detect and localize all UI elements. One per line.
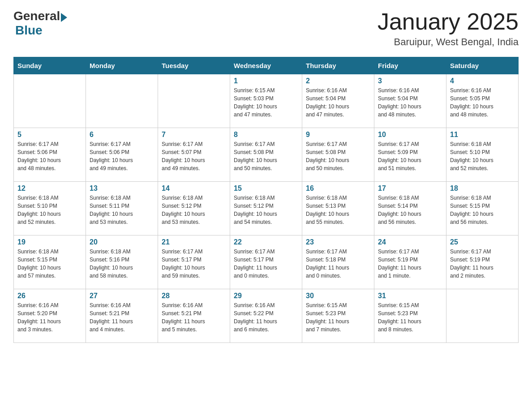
calendar-cell: 15Sunrise: 6:18 AM Sunset: 5:12 PM Dayli… [230,182,302,235]
location-subtitle: Baruipur, West Bengal, India [378,36,519,48]
calendar-cell: 23Sunrise: 6:17 AM Sunset: 5:18 PM Dayli… [302,235,374,289]
calendar-week-row: 1Sunrise: 6:15 AM Sunset: 5:03 PM Daylig… [14,74,519,128]
day-number: 22 [234,238,298,246]
day-number: 25 [450,238,515,246]
day-info: Sunrise: 6:18 AM Sunset: 5:15 PM Dayligh… [450,194,515,226]
calendar-cell [14,74,86,128]
day-info: Sunrise: 6:17 AM Sunset: 5:08 PM Dayligh… [234,140,298,172]
calendar-cell: 29Sunrise: 6:16 AM Sunset: 5:22 PM Dayli… [230,289,302,343]
day-info: Sunrise: 6:17 AM Sunset: 5:18 PM Dayligh… [306,248,370,280]
logo-arrow-icon [61,13,67,22]
day-number: 3 [378,77,442,85]
day-number: 31 [378,292,442,300]
calendar-cell: 16Sunrise: 6:18 AM Sunset: 5:13 PM Dayli… [302,182,374,235]
day-info: Sunrise: 6:18 AM Sunset: 5:12 PM Dayligh… [162,194,226,226]
day-number: 12 [17,184,82,193]
day-info: Sunrise: 6:17 AM Sunset: 5:19 PM Dayligh… [378,248,442,280]
calendar-cell: 9Sunrise: 6:17 AM Sunset: 5:08 PM Daylig… [302,128,374,182]
day-number: 24 [378,238,442,246]
col-header-saturday: Saturday [446,57,519,74]
day-info: Sunrise: 6:15 AM Sunset: 5:23 PM Dayligh… [378,301,442,334]
day-number: 8 [234,131,298,139]
calendar-cell: 20Sunrise: 6:18 AM Sunset: 5:16 PM Dayli… [86,235,158,289]
day-info: Sunrise: 6:16 AM Sunset: 5:22 PM Dayligh… [234,301,298,334]
day-info: Sunrise: 6:15 AM Sunset: 5:23 PM Dayligh… [306,301,370,334]
day-info: Sunrise: 6:16 AM Sunset: 5:04 PM Dayligh… [306,86,370,119]
calendar-cell: 26Sunrise: 6:16 AM Sunset: 5:20 PM Dayli… [14,289,86,343]
day-number: 14 [162,184,226,193]
calendar-week-row: 19Sunrise: 6:18 AM Sunset: 5:15 PM Dayli… [14,235,519,289]
col-header-tuesday: Tuesday [158,57,230,74]
calendar-cell: 13Sunrise: 6:18 AM Sunset: 5:11 PM Dayli… [86,182,158,235]
day-number: 15 [234,184,298,193]
calendar-cell: 30Sunrise: 6:15 AM Sunset: 5:23 PM Dayli… [302,289,374,343]
calendar-cell: 27Sunrise: 6:16 AM Sunset: 5:21 PM Dayli… [86,289,158,343]
day-number: 13 [90,184,154,193]
calendar-cell [86,74,158,128]
calendar-week-row: 5Sunrise: 6:17 AM Sunset: 5:06 PM Daylig… [14,128,519,182]
day-info: Sunrise: 6:17 AM Sunset: 5:07 PM Dayligh… [162,140,226,172]
calendar-cell: 2Sunrise: 6:16 AM Sunset: 5:04 PM Daylig… [302,74,374,128]
calendar-cell: 11Sunrise: 6:18 AM Sunset: 5:10 PM Dayli… [446,128,519,182]
calendar-cell: 24Sunrise: 6:17 AM Sunset: 5:19 PM Dayli… [374,235,446,289]
day-info: Sunrise: 6:16 AM Sunset: 5:04 PM Dayligh… [378,86,442,119]
day-info: Sunrise: 6:18 AM Sunset: 5:12 PM Dayligh… [234,194,298,226]
calendar-cell: 17Sunrise: 6:18 AM Sunset: 5:14 PM Dayli… [374,182,446,235]
calendar-cell: 31Sunrise: 6:15 AM Sunset: 5:23 PM Dayli… [374,289,446,343]
calendar-cell: 25Sunrise: 6:17 AM Sunset: 5:19 PM Dayli… [446,235,519,289]
day-info: Sunrise: 6:18 AM Sunset: 5:10 PM Dayligh… [17,194,82,226]
day-info: Sunrise: 6:17 AM Sunset: 5:19 PM Dayligh… [450,248,515,280]
day-info: Sunrise: 6:16 AM Sunset: 5:20 PM Dayligh… [17,301,82,334]
logo-blue-text: Blue [15,23,67,38]
day-info: Sunrise: 6:18 AM Sunset: 5:15 PM Dayligh… [17,248,82,280]
day-info: Sunrise: 6:16 AM Sunset: 5:21 PM Dayligh… [90,301,154,334]
calendar-cell: 19Sunrise: 6:18 AM Sunset: 5:15 PM Dayli… [14,235,86,289]
day-number: 27 [90,292,154,300]
col-header-thursday: Thursday [302,57,374,74]
calendar-cell: 12Sunrise: 6:18 AM Sunset: 5:10 PM Dayli… [14,182,86,235]
day-number: 19 [17,238,82,246]
calendar-cell: 28Sunrise: 6:16 AM Sunset: 5:21 PM Dayli… [158,289,230,343]
day-number: 21 [162,238,226,246]
day-number: 2 [306,77,370,85]
calendar-cell: 3Sunrise: 6:16 AM Sunset: 5:04 PM Daylig… [374,74,446,128]
day-number: 1 [234,77,298,85]
calendar-cell: 10Sunrise: 6:17 AM Sunset: 5:09 PM Dayli… [374,128,446,182]
logo: General Blue [13,9,67,38]
day-number: 30 [306,292,370,300]
calendar-cell: 4Sunrise: 6:16 AM Sunset: 5:05 PM Daylig… [446,74,519,128]
day-info: Sunrise: 6:18 AM Sunset: 5:10 PM Dayligh… [450,140,515,172]
day-number: 4 [450,77,515,85]
calendar-cell: 21Sunrise: 6:17 AM Sunset: 5:17 PM Dayli… [158,235,230,289]
day-info: Sunrise: 6:17 AM Sunset: 5:06 PM Dayligh… [17,140,82,172]
day-info: Sunrise: 6:17 AM Sunset: 5:08 PM Dayligh… [306,140,370,172]
col-header-monday: Monday [86,57,158,74]
day-info: Sunrise: 6:16 AM Sunset: 5:05 PM Dayligh… [450,86,515,119]
title-area: January 2025 Baruipur, West Bengal, Indi… [378,9,519,48]
calendar-week-row: 12Sunrise: 6:18 AM Sunset: 5:10 PM Dayli… [14,182,519,235]
day-number: 26 [17,292,82,300]
day-number: 23 [306,238,370,246]
day-info: Sunrise: 6:15 AM Sunset: 5:03 PM Dayligh… [234,86,298,119]
col-header-sunday: Sunday [14,57,86,74]
calendar-table: SundayMondayTuesdayWednesdayThursdayFrid… [13,57,519,343]
calendar-cell: 14Sunrise: 6:18 AM Sunset: 5:12 PM Dayli… [158,182,230,235]
calendar-cell: 6Sunrise: 6:17 AM Sunset: 5:06 PM Daylig… [86,128,158,182]
day-number: 11 [450,131,515,139]
day-number: 20 [90,238,154,246]
calendar-cell [446,289,519,343]
day-number: 6 [90,131,154,139]
calendar-cell: 7Sunrise: 6:17 AM Sunset: 5:07 PM Daylig… [158,128,230,182]
calendar-cell: 5Sunrise: 6:17 AM Sunset: 5:06 PM Daylig… [14,128,86,182]
calendar-cell: 1Sunrise: 6:15 AM Sunset: 5:03 PM Daylig… [230,74,302,128]
calendar-week-row: 26Sunrise: 6:16 AM Sunset: 5:20 PM Dayli… [14,289,519,343]
day-info: Sunrise: 6:17 AM Sunset: 5:17 PM Dayligh… [162,248,226,280]
day-number: 17 [378,184,442,193]
day-info: Sunrise: 6:18 AM Sunset: 5:16 PM Dayligh… [90,248,154,280]
day-info: Sunrise: 6:18 AM Sunset: 5:14 PM Dayligh… [378,194,442,226]
page-header: General Blue January 2025 Baruipur, West… [13,9,519,48]
day-info: Sunrise: 6:18 AM Sunset: 5:11 PM Dayligh… [90,194,154,226]
month-title: January 2025 [378,9,519,34]
calendar-cell [158,74,230,128]
day-info: Sunrise: 6:16 AM Sunset: 5:21 PM Dayligh… [162,301,226,334]
